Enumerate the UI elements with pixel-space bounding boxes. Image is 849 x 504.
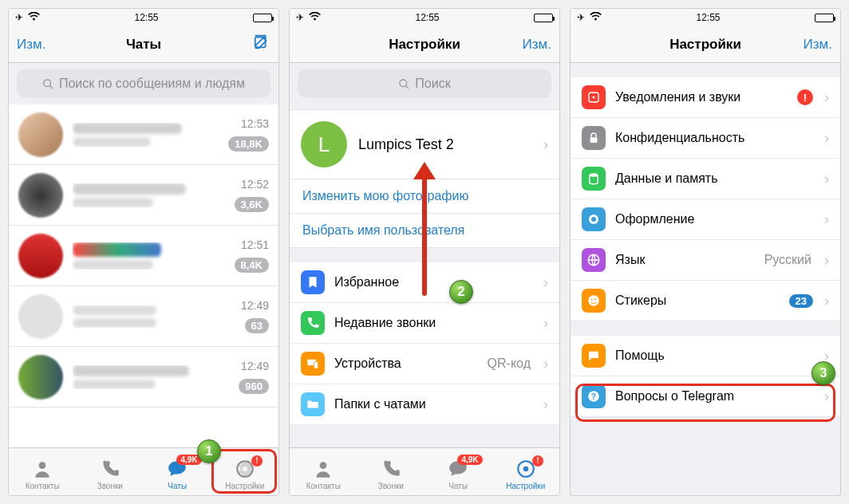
bell-icon [582,85,606,109]
devices-icon [301,352,325,376]
svg-point-13 [523,466,529,471]
svg-line-8 [406,85,409,89]
chat-row[interactable]: 12:49 960 [9,347,278,408]
svg-point-11 [320,462,327,469]
settings-alert-icon: ! [532,455,543,467]
nav-bar: Настройки Изм. [290,26,559,63]
tab-calls[interactable]: Звонки [357,454,425,490]
status-time: 12:55 [696,12,720,23]
nav-bar: Изм. Чаты [9,26,278,63]
tab-chats[interactable]: 4,9K Чаты [424,454,492,490]
svg-line-2 [49,85,53,89]
step-badge-2: 2 [449,280,473,304]
folder-icon [301,392,325,416]
compose-icon [253,33,270,51]
chat-time: 12:51 [241,238,269,251]
row-appearance[interactable]: Оформление › [571,199,840,240]
search-placeholder: Поиск [415,77,450,91]
battery-icon [815,14,834,22]
row-telegram-faq[interactable]: ? Вопросы о Telegram › [571,376,840,417]
tab-calls[interactable]: Звонки [77,454,144,490]
chevron-right-icon: › [543,315,548,332]
tab-settings[interactable]: ! Настройки [211,454,279,490]
chat-row[interactable]: 12:53 18,8K [9,104,278,165]
row-chat-folders[interactable]: Папки с чатами › [290,384,559,425]
wifi-icon [309,12,321,23]
unread-badge: 8,4K [235,258,269,273]
unread-badge: 3,6K [235,197,269,212]
row-help[interactable]: Помощь › [571,336,840,376]
svg-point-6 [243,466,248,471]
edit-button[interactable]: Изм. [17,37,45,53]
search-input[interactable]: Поиск по сообщениям и людям [17,69,270,98]
svg-text:?: ? [591,392,596,401]
svg-point-21 [588,295,599,306]
chevron-right-icon: › [824,388,829,405]
globe-icon [582,248,606,272]
chat-list: 12:53 18,8K 12:52 3,6K 12:51 8,4K 12:4 [9,104,278,447]
question-icon: ? [582,384,606,408]
alert-badge: ! [797,89,813,105]
chat-time: 12:52 [241,178,269,191]
chat-row[interactable]: 12:49 63 [9,286,278,347]
settings-alert-icon: ! [251,455,263,467]
row-recent-calls[interactable]: Недавние звонки › [290,303,559,344]
svg-rect-10 [314,362,318,368]
avatar [18,294,63,339]
chevron-right-icon: › [824,211,829,228]
appearance-icon [582,207,606,231]
chevron-right-icon: › [543,274,548,291]
chevron-right-icon: › [543,396,548,413]
wifi-icon [590,12,602,23]
compose-button[interactable] [253,33,270,55]
status-bar: ✈ 12:55 [290,9,559,26]
tab-bar: Контакты Звонки 4,9K Чаты ! Настройки [9,447,278,495]
svg-point-15 [593,96,595,99]
language-value: Русский [764,253,811,267]
row-data-storage[interactable]: Данные и память › [571,159,840,199]
airplane-mode-icon: ✈ [296,12,304,23]
search-input[interactable]: Поиск [298,69,551,98]
edit-button[interactable]: Изм. [804,37,832,53]
edit-button[interactable]: Изм. [523,37,551,53]
tab-settings[interactable]: ! Настройки [492,454,560,490]
tab-contacts[interactable]: Контакты [9,454,77,490]
search-icon [42,78,54,90]
chevron-right-icon: › [824,293,829,309]
status-bar: ✈ 12:55 [9,9,278,26]
chat-time: 12:53 [241,117,269,130]
chevron-right-icon: › [543,356,548,372]
row-notifications[interactable]: Уведомления и звуки ! › [571,77,840,118]
scroll-up-arrow [422,176,427,296]
chat-time: 12:49 [241,299,269,312]
airplane-mode-icon: ✈ [577,12,585,23]
chat-row[interactable]: 12:51 8,4K [9,226,278,286]
row-language[interactable]: Язык Русский › [571,240,840,281]
chevron-right-icon: › [543,136,548,153]
avatar: L [301,121,347,167]
nav-title: Чаты [9,37,278,53]
phone-icon [301,311,325,335]
chat-row[interactable]: 12:52 3,6K [9,165,278,226]
chat-icon [582,344,606,368]
step-badge-1: 1 [197,439,221,463]
chevron-right-icon: › [824,89,829,106]
battery-icon [253,14,272,22]
svg-point-22 [591,299,593,301]
row-devices[interactable]: Устройства QR-код › [290,344,559,384]
battery-icon [534,14,553,22]
tab-bar: Контакты Звонки 4,9K Чаты ! Настройки [290,447,559,495]
phone-settings-top: ✈ 12:55 Настройки Изм. Поиск L Lumpics T… [289,8,560,496]
row-stickers[interactable]: Стикеры 23 › [571,281,840,321]
nav-title: Настройки [571,37,840,53]
bookmark-icon [301,270,325,294]
search-icon [398,78,410,90]
unread-badge: 63 [245,318,269,333]
unread-badge: 960 [239,379,269,394]
row-privacy[interactable]: Конфиденциальность › [571,118,840,159]
chevron-right-icon: › [824,252,829,269]
unread-badge: 18,8K [228,136,269,152]
chats-badge: 4,9K [457,455,482,465]
nav-bar: Настройки Изм. [571,26,840,63]
tab-contacts[interactable]: Контакты [290,454,357,490]
